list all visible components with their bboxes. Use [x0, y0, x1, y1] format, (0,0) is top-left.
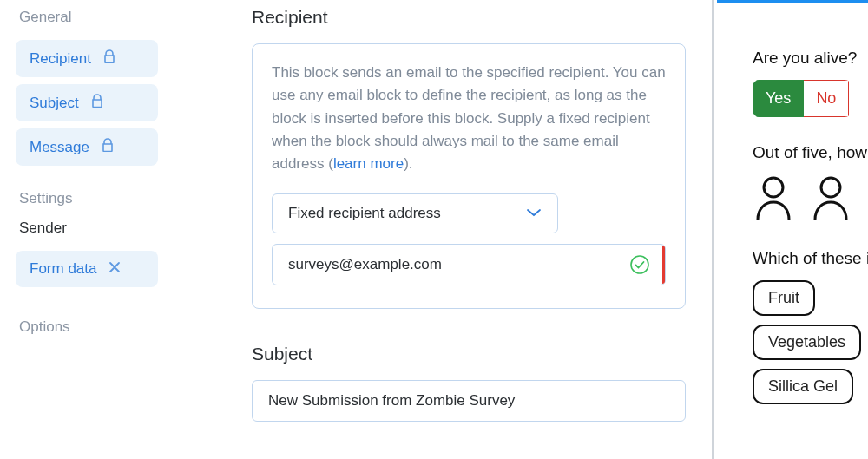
question-alive: Are you alive? — [753, 49, 868, 68]
question-out-of-five: Out of five, how e — [753, 143, 868, 162]
recipient-panel: This block sends an email to the specifi… — [252, 43, 686, 309]
lock-icon — [103, 49, 115, 68]
select-value: Fixed recipient address — [288, 205, 441, 222]
chip-sillica-gel[interactable]: Sillica Gel — [753, 369, 853, 404]
learn-more-link[interactable]: learn more — [333, 155, 404, 172]
yes-button[interactable]: Yes — [753, 80, 804, 117]
recipient-type-select[interactable]: Fixed recipient address — [272, 193, 558, 233]
sidebar: General Recipient Subject Message Settin… — [0, 0, 174, 459]
preview-top-border — [717, 0, 868, 3]
sidebar-item-label: Form data — [30, 260, 96, 278]
people-rating — [753, 174, 868, 225]
sidebar-item-label: Recipient — [30, 50, 91, 68]
recipient-description: This block sends an email to the specifi… — [272, 62, 666, 176]
check-circle-icon — [629, 254, 650, 275]
subject-input[interactable] — [252, 380, 686, 422]
sidebar-heading-general: General — [19, 9, 158, 26]
yes-no-toggle: Yes No — [753, 80, 852, 117]
person-icon[interactable] — [753, 174, 794, 225]
section-title-recipient: Recipient — [252, 7, 686, 28]
chip-options: Fruit Vegetables Sillica Gel — [753, 280, 868, 404]
sidebar-item-form-data[interactable]: Form data — [16, 251, 158, 287]
sidebar-item-recipient[interactable]: Recipient — [16, 40, 158, 77]
question-which-items: Which of these ite — [753, 249, 868, 268]
chevron-down-icon — [526, 205, 542, 222]
sidebar-item-label: Subject — [30, 95, 79, 112]
sidebar-item-message[interactable]: Message — [16, 128, 158, 166]
person-icon[interactable] — [810, 174, 852, 225]
recipient-email-field-wrap — [272, 244, 666, 285]
sidebar-item-label: Message — [30, 139, 89, 156]
preview-pane: Are you alive? Yes No Out of five, how e… — [712, 0, 868, 459]
subject-block: Subject — [252, 344, 686, 422]
svg-point-1 — [764, 178, 783, 197]
no-button[interactable]: No — [804, 80, 849, 117]
lock-icon — [91, 94, 103, 112]
lock-icon — [102, 138, 114, 156]
svg-point-2 — [821, 178, 840, 197]
svg-point-0 — [631, 256, 648, 273]
recipient-email-input[interactable] — [272, 244, 666, 285]
section-title-subject: Subject — [252, 344, 686, 364]
chip-vegetables[interactable]: Vegetables — [753, 325, 861, 360]
sidebar-heading-options: Options — [19, 318, 158, 336]
main-panel: Recipient This block sends an email to t… — [174, 0, 694, 459]
sidebar-item-sender[interactable]: Sender — [19, 220, 158, 237]
sidebar-item-subject[interactable]: Subject — [16, 84, 158, 121]
chip-fruit[interactable]: Fruit — [753, 280, 815, 316]
close-icon[interactable] — [108, 260, 121, 278]
sidebar-heading-settings: Settings — [19, 190, 158, 207]
